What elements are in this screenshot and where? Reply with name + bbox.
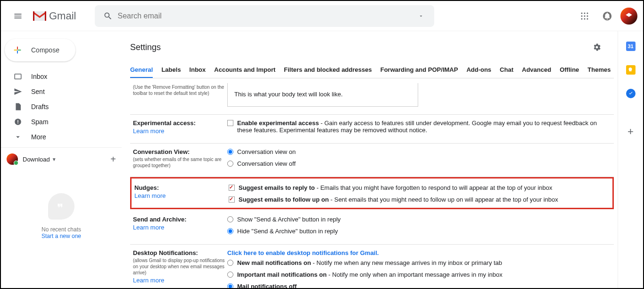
side-panel: 31 +: [618, 31, 643, 288]
row-default-text-style: (Use the 'Remove Formatting' button on t…: [130, 78, 614, 115]
nudges-reply-text: - Emails that you might have forgotten t…: [315, 184, 553, 191]
caret-down-icon: ▼: [52, 157, 57, 162]
nav-inbox[interactable]: Inbox: [1, 69, 122, 84]
send-archive-hide-radio[interactable]: [227, 228, 233, 234]
send-archive-label: Send and Archive:: [133, 216, 187, 223]
main-menu-button[interactable]: [7, 5, 29, 27]
tab-advanced[interactable]: Advanced: [522, 66, 551, 78]
desktop-important-radio[interactable]: [227, 272, 233, 278]
settings-content: Settings General Labels Inbox Accounts a…: [122, 31, 618, 288]
account-avatar[interactable]: [620, 8, 637, 25]
tab-offline[interactable]: Offline: [560, 66, 579, 78]
tab-chat[interactable]: Chat: [500, 66, 513, 78]
hangouts-start-link[interactable]: Start a new one: [1, 233, 122, 239]
nudges-highlight-box: Nudges: Learn more Suggest emails to rep…: [130, 177, 614, 209]
nav-drafts[interactable]: Drafts: [1, 99, 122, 114]
hangouts-empty-text: No recent chats: [1, 226, 122, 233]
conversation-off-radio[interactable]: [227, 161, 233, 167]
experimental-desc-bold: Enable experimental access: [237, 119, 319, 127]
search-input[interactable]: [117, 12, 412, 20]
hangouts-panel: No recent chats Start a new one: [1, 193, 122, 239]
svg-rect-10: [15, 74, 21, 79]
send-archive-learn-more-link[interactable]: Learn more: [133, 224, 227, 231]
nav-label: Sent: [31, 88, 45, 95]
desktop-off-radio[interactable]: [227, 283, 233, 289]
search-icon[interactable]: [99, 11, 117, 21]
desktop-learn-more-link[interactable]: Learn more: [133, 277, 227, 284]
compose-label: Compose: [31, 46, 59, 54]
row-nudges: Nudges: Learn more Suggest emails to rep…: [134, 182, 610, 208]
nav-more[interactable]: More: [1, 129, 122, 144]
hangouts-icon: [48, 193, 74, 220]
nav-spam[interactable]: Spam: [1, 114, 122, 129]
nav-label: More: [31, 133, 46, 141]
conversation-on-radio[interactable]: [227, 149, 233, 155]
app-header: Gmail: [1, 1, 643, 31]
row-conversation-view: Conversation View: (sets whether emails …: [130, 144, 614, 177]
expand-icon: [13, 133, 23, 141]
nav-label: Spam: [31, 118, 49, 126]
experimental-learn-more-link[interactable]: Learn more: [133, 128, 227, 135]
tab-filters[interactable]: Filters and blocked addresses: [284, 66, 372, 78]
search-bar[interactable]: [95, 5, 434, 27]
row-send-archive: Send and Archive: Learn more Show "Send …: [130, 211, 614, 245]
svg-point-5: [587, 15, 588, 17]
desktop-off-label: Mail notifications off: [237, 283, 297, 289]
experimental-checkbox[interactable]: [227, 120, 233, 126]
send-archive-show-radio[interactable]: [227, 216, 233, 222]
account-dot-avatar: [7, 153, 18, 165]
tab-inbox[interactable]: Inbox: [190, 66, 206, 78]
svg-rect-12: [17, 120, 18, 122]
nudges-followup-bold: Suggest emails to follow up on: [239, 196, 329, 203]
conversation-sub: (sets whether emails of the same topic a…: [133, 156, 227, 169]
logo-text: Gmail: [49, 10, 76, 22]
desktop-new-mail-radio[interactable]: [227, 260, 233, 266]
text-style-preview: This is what your body text will look li…: [227, 83, 418, 107]
svg-point-7: [584, 18, 586, 19]
nudges-followup-checkbox[interactable]: [229, 196, 235, 203]
new-chat-plus-icon[interactable]: +: [110, 154, 116, 165]
settings-tabs: General Labels Inbox Accounts and Import…: [130, 66, 614, 78]
svg-point-4: [584, 15, 586, 17]
tasks-addon-icon[interactable]: [626, 89, 636, 98]
nudges-learn-more-link[interactable]: Learn more: [134, 192, 229, 199]
notifications-icon[interactable]: [598, 7, 617, 26]
tab-labels[interactable]: Labels: [161, 66, 181, 78]
compose-button[interactable]: Compose: [5, 39, 75, 61]
send-archive-show-label: Show "Send & Archive" button in reply: [237, 216, 341, 223]
conversation-label: Conversation View:: [133, 148, 190, 155]
svg-point-3: [581, 15, 583, 17]
desktop-new-mail-bold: New mail notifications on: [237, 259, 311, 266]
nav-label: Inbox: [31, 73, 47, 80]
svg-rect-13: [17, 123, 18, 124]
send-archive-hide-label: Hide "Send & Archive" button in reply: [237, 228, 338, 235]
desktop-label: Desktop Notifications:: [133, 249, 198, 256]
inbox-icon: [13, 72, 23, 81]
desktop-important-bold: Important mail notifications on: [237, 271, 327, 278]
tab-general[interactable]: General: [130, 66, 153, 78]
row-experimental-access: Experimental access: Learn more Enable e…: [130, 115, 614, 144]
calendar-addon-icon[interactable]: 31: [626, 42, 636, 51]
nav-sent[interactable]: Sent: [1, 84, 122, 99]
gmail-logo[interactable]: Gmail: [32, 10, 76, 22]
tab-themes[interactable]: Themes: [587, 66, 611, 78]
formatting-note: (Use the 'Remove Formatting' button on t…: [133, 84, 227, 96]
search-options-dropdown[interactable]: [412, 13, 430, 19]
desktop-new-mail-text: - Notify me when any new message arrives…: [311, 259, 502, 266]
tab-forwarding[interactable]: Forwarding and POP/IMAP: [380, 66, 458, 78]
sent-icon: [13, 87, 23, 96]
experimental-label: Experimental access:: [133, 119, 196, 127]
settings-gear-icon[interactable]: [588, 39, 605, 56]
nudges-reply-checkbox[interactable]: [229, 185, 235, 191]
desktop-sub: (allows Gmail to display pop-up notifica…: [133, 257, 227, 276]
apps-icon[interactable]: [575, 7, 594, 26]
get-addons-icon[interactable]: +: [627, 126, 634, 138]
tab-accounts[interactable]: Accounts and Import: [214, 66, 275, 78]
keep-addon-icon[interactable]: [626, 65, 636, 75]
page-title: Settings: [130, 42, 161, 52]
svg-point-8: [587, 18, 588, 19]
hangouts-account-row[interactable]: Download ▼ +: [1, 151, 122, 168]
svg-point-6: [581, 18, 583, 19]
desktop-enable-link[interactable]: Click here to enable desktop notificatio…: [227, 249, 379, 256]
tab-addons[interactable]: Add-ons: [466, 66, 491, 78]
